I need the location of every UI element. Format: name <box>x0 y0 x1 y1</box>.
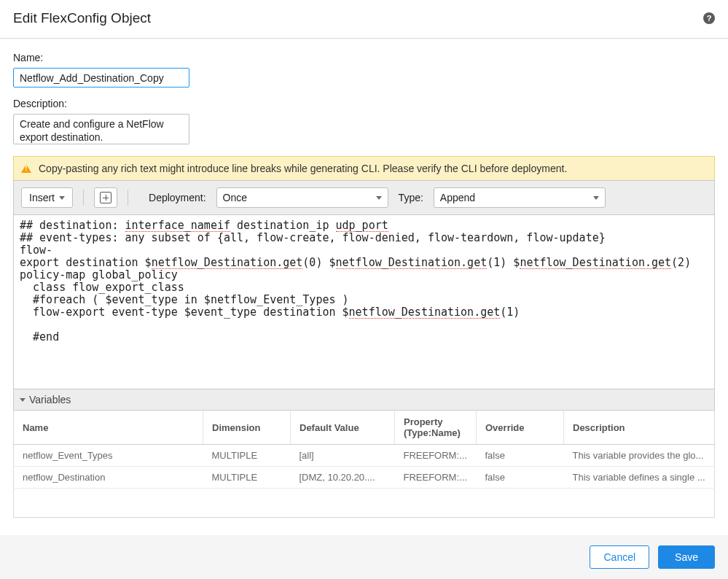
help-icon[interactable]: ? <box>703 12 715 24</box>
warning-icon <box>21 164 31 173</box>
name-input[interactable] <box>13 68 189 88</box>
variables-label: Variables <box>29 394 71 405</box>
chevron-down-icon <box>59 196 65 200</box>
insert-label: Insert <box>29 192 55 203</box>
description-label: Description: <box>13 98 715 109</box>
dialog-title: Edit FlexConfig Object <box>13 10 151 26</box>
col-name[interactable]: Name <box>14 411 203 445</box>
col-dimension[interactable]: Dimension <box>203 411 291 445</box>
cell-property: FREEFORM:... <box>395 445 477 467</box>
table-row[interactable]: netflow_Destination MULTIPLE [DMZ, 10.20… <box>14 467 715 489</box>
save-button[interactable]: Save <box>658 545 715 569</box>
table-header-row: Name Dimension Default Value Property (T… <box>14 411 715 445</box>
cell-description: This variable provides the glo... <box>564 445 715 467</box>
type-value: Append <box>440 192 475 203</box>
table-row[interactable]: netflow_Event_Types MULTIPLE [all] FREEF… <box>14 445 715 467</box>
cell-dimension: MULTIPLE <box>203 467 291 489</box>
cell-override: false <box>477 445 564 467</box>
type-label: Type: <box>399 192 423 203</box>
code-editor[interactable]: ## destination: interface_nameif destina… <box>13 215 715 389</box>
cell-property: FREEFORM:... <box>395 467 477 489</box>
variable-icon <box>100 192 111 203</box>
separator <box>128 190 128 206</box>
chevron-down-icon <box>376 196 382 200</box>
warning-banner: Copy-pasting any rich text might introdu… <box>13 156 715 180</box>
cancel-button[interactable]: Cancel <box>590 545 649 569</box>
name-label: Name: <box>13 52 715 63</box>
deployment-value: Once <box>223 192 247 203</box>
cell-name: netflow_Event_Types <box>14 445 203 467</box>
col-property[interactable]: Property (Type:Name) <box>395 411 477 445</box>
insert-button[interactable]: Insert <box>21 187 73 208</box>
variables-table: Name Dimension Default Value Property (T… <box>13 411 715 518</box>
chevron-down-icon <box>593 196 599 200</box>
deployment-label: Deployment: <box>149 192 206 203</box>
description-input[interactable]: Create and configure a NetFlow export de… <box>13 114 189 144</box>
col-description[interactable]: Description <box>564 411 715 445</box>
variables-section-header[interactable]: Variables <box>13 389 715 411</box>
chevron-down-icon <box>20 398 26 402</box>
type-select[interactable]: Append <box>434 187 606 208</box>
dialog-footer: Cancel Save <box>0 535 728 579</box>
cell-description: This variable defines a single ... <box>564 467 715 489</box>
table-empty-row <box>14 489 715 518</box>
cell-default-value: [all] <box>291 445 395 467</box>
col-override[interactable]: Override <box>477 411 564 445</box>
warning-text: Copy-pasting any rich text might introdu… <box>39 163 567 174</box>
deployment-select[interactable]: Once <box>216 187 388 208</box>
cell-default-value: [DMZ, 10.20.20.... <box>291 467 395 489</box>
editor-toolbar: Insert Deployment: Once Type: Append <box>13 180 715 215</box>
variable-tool-button[interactable] <box>94 187 117 208</box>
col-default-value[interactable]: Default Value <box>291 411 395 445</box>
cell-override: false <box>477 467 564 489</box>
cell-name: netflow_Destination <box>14 467 203 489</box>
separator <box>83 190 84 206</box>
cell-dimension: MULTIPLE <box>203 445 291 467</box>
